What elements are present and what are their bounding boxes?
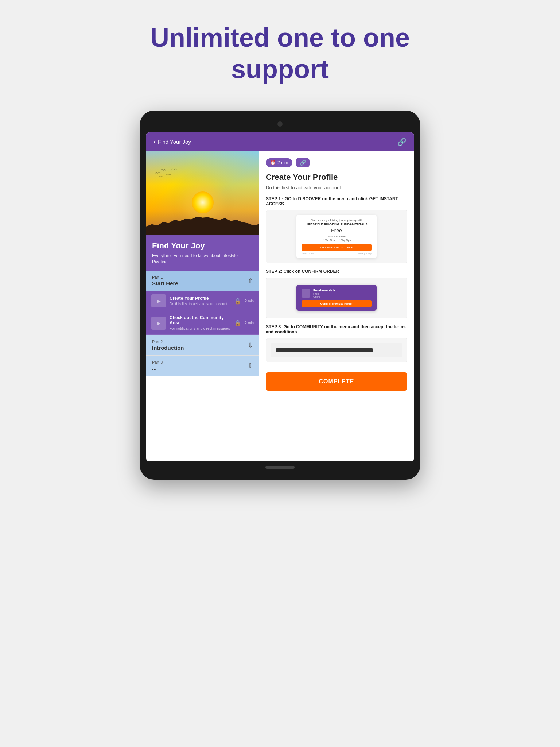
signup-cta-button[interactable]: GET INSTANT ACCESS <box>302 244 372 251</box>
lock-icon-1: 🔒 <box>234 298 241 305</box>
accordion-part1-chevron: ⇧ <box>248 277 253 285</box>
birds-icon <box>153 166 183 181</box>
lesson-duration-2: 2 min <box>245 321 254 325</box>
accordion-part2-label: Part 2 <box>152 340 184 344</box>
community-mockup <box>271 343 402 357</box>
accordion-part2-header[interactable]: Part 2 Introduction ⇩ <box>146 335 259 355</box>
back-button[interactable]: ‹ Find Your Joy <box>153 138 191 146</box>
lock-icon-2: 🔒 <box>234 320 241 326</box>
lesson-title-2: Check out the Community Area <box>170 315 230 325</box>
step3-label: STEP 3: Go to COMMUNITY on the menu and … <box>266 324 407 334</box>
accordion-part1-label: Part 1 <box>152 275 178 279</box>
signup-screenshot-inner: Start your joyful living journey today w… <box>266 210 407 263</box>
course-description: Everything you need to know about Lifest… <box>152 253 253 265</box>
accordion-part1-header[interactable]: Part 1 Start Here ⇧ <box>146 271 259 291</box>
step1-label: STEP 1 - GO to DISCOVER on the menu and … <box>266 196 407 206</box>
complete-button[interactable]: COMPLETE <box>266 372 407 391</box>
signup-product-name: LIFESTYLE PIVOTING FUNDAMENTALS <box>302 222 372 226</box>
community-screenshot-card <box>266 338 407 362</box>
app-header: ‹ Find Your Joy 🔗 <box>146 132 414 151</box>
accordion-part3-label: Part 3 <box>152 360 163 364</box>
lesson-title-1: Create Your Profile <box>170 296 230 301</box>
terms-link: Terms of use <box>302 252 314 255</box>
lesson-tagline: Do this first to activate your account <box>266 185 407 190</box>
lesson-info-2: Check out the Community Area For notific… <box>170 315 230 331</box>
course-info: Find Your Joy Everything you need to kno… <box>146 235 259 271</box>
signup-item-1: ✓ Top Tips <box>322 239 335 242</box>
confirm-order-button[interactable]: Confirm free plan order <box>302 300 372 307</box>
community-bar-decoration <box>276 348 373 352</box>
left-panel: Find Your Joy Everything you need to kno… <box>146 151 259 461</box>
signup-items: ✓ Top Tips ✓ Top Tips <box>302 239 372 242</box>
link-badge[interactable]: 🔗 <box>296 158 310 167</box>
tablet-device: ‹ Find Your Joy 🔗 <box>140 111 420 480</box>
duration-badge: ⏰ 2 min <box>266 158 292 167</box>
lesson-item-1[interactable]: ▶ Create Your Profile Do this first to a… <box>146 291 259 311</box>
back-arrow-icon: ‹ <box>153 138 156 146</box>
confirm-screenshot-card: Fundamentals Free Online Confirm free pl… <box>266 278 407 318</box>
accordion-part1: Part 1 Start Here ⇧ ▶ Create Your Profil… <box>146 271 259 335</box>
lesson-thumb-1: ▶ <box>151 294 166 307</box>
clock-icon: ⏰ <box>270 160 276 165</box>
accordion-part1-name: Start Here <box>152 280 178 286</box>
confirm-row: Fundamentals Free Online <box>302 289 372 298</box>
sun-decoration <box>192 191 214 213</box>
confirm-product-icon <box>302 289 310 298</box>
header-link-icon[interactable]: 🔗 <box>397 138 407 146</box>
signup-price: Free <box>302 228 372 233</box>
accordion-part2-chevron: ⇩ <box>248 341 253 349</box>
course-title: Find Your Joy <box>152 241 253 251</box>
signup-start-title: Start your joyful living journey today w… <box>302 218 372 222</box>
lesson-meta: ⏰ 2 min 🔗 <box>266 158 407 167</box>
confirm-product-info: Fundamentals Free Online <box>313 289 335 298</box>
lesson-info-1: Create Your Profile Do this first to act… <box>170 296 230 306</box>
signup-footer: Terms of use Privacy Policy <box>302 252 372 255</box>
duration-value: 2 min <box>277 160 288 165</box>
confirm-product-name: Fundamentals <box>313 289 335 292</box>
silhouette-decoration <box>146 213 259 235</box>
lesson-subtitle-1: Do this first to activate your account <box>170 302 230 306</box>
accordion-part3-name: ... <box>152 365 163 371</box>
step2-label: STEP 2: Click on CONFIRM ORDER <box>266 269 407 274</box>
confirm-status: Online <box>313 295 335 298</box>
accordion-part3: Part 3 ... ⇩ <box>146 356 259 376</box>
app-content: Find Your Joy Everything you need to kno… <box>146 151 414 461</box>
confirm-screenshot-inner: Fundamentals Free Online Confirm free pl… <box>266 278 407 318</box>
lesson-duration-1: 2 min <box>245 299 254 303</box>
lesson-heading: Create Your Profile <box>266 173 407 182</box>
back-label: Find Your Joy <box>158 139 191 145</box>
tablet-home-bar <box>265 466 295 469</box>
accordion-part3-chevron: ⇩ <box>248 362 253 370</box>
confirm-mockup: Fundamentals Free Online Confirm free pl… <box>296 285 377 311</box>
accordion-part2: Part 2 Introduction ⇩ <box>146 335 259 356</box>
lesson-item-2[interactable]: ▶ Check out the Community Area For notif… <box>146 311 259 335</box>
signup-whats-included: What's included <box>302 235 372 238</box>
tablet-screen: ‹ Find Your Joy 🔗 <box>146 132 414 461</box>
tablet-camera <box>277 121 283 127</box>
confirm-price: Free <box>313 292 335 295</box>
lesson-thumb-2: ▶ <box>151 317 166 330</box>
accordion-part3-header[interactable]: Part 3 ... ⇩ <box>146 356 259 376</box>
lesson-subtitle-2: For notifications and direct messages <box>170 326 230 331</box>
right-panel: ⏰ 2 min 🔗 Create Your Profile Do this fi… <box>259 151 414 461</box>
signup-screenshot-card: Start your joyful living journey today w… <box>266 210 407 263</box>
signup-mockup: Start your joyful living journey today w… <box>296 215 377 258</box>
accordion-part2-name: Introduction <box>152 345 184 351</box>
course-hero-image <box>146 151 259 235</box>
privacy-link: Privacy Policy <box>358 252 372 255</box>
page-title: Unlimited one to one support <box>150 22 410 85</box>
signup-item-2: ✓ Top Tips <box>338 239 351 242</box>
community-screenshot-inner <box>266 338 407 362</box>
